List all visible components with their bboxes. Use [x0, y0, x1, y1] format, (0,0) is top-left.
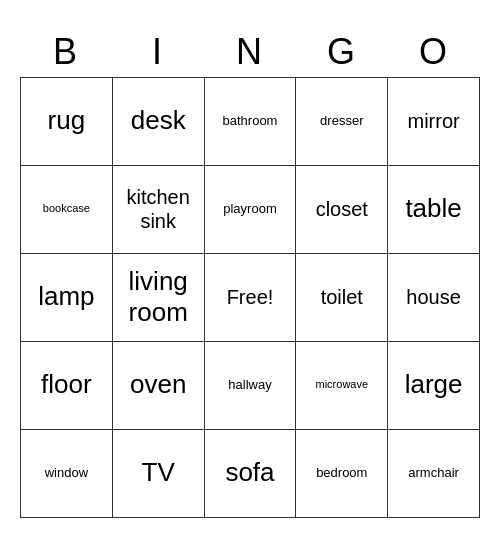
- cell-r3-c2: hallway: [205, 342, 297, 430]
- cell-r1-c1: kitchen sink: [113, 166, 205, 254]
- cell-r3-c3: microwave: [296, 342, 388, 430]
- cell-label: playroom: [223, 201, 276, 217]
- cell-r4-c0: window: [21, 430, 113, 518]
- cell-label: bedroom: [316, 465, 367, 481]
- cell-label: lamp: [38, 281, 94, 312]
- cell-r2-c4: house: [388, 254, 480, 342]
- cell-r0-c3: dresser: [296, 78, 388, 166]
- cell-label: oven: [130, 369, 186, 400]
- cell-r1-c0: bookcase: [21, 166, 113, 254]
- cell-label: Free!: [227, 285, 274, 309]
- cell-r3-c1: oven: [113, 342, 205, 430]
- cell-r0-c0: rug: [21, 78, 113, 166]
- cell-label: TV: [142, 457, 175, 488]
- cell-label: floor: [41, 369, 92, 400]
- cell-r4-c2: sofa: [205, 430, 297, 518]
- cell-label: toilet: [321, 285, 363, 309]
- cell-label: dresser: [320, 113, 363, 129]
- cell-label: bathroom: [223, 113, 278, 129]
- cell-label: window: [45, 465, 88, 481]
- bingo-grid: rugdeskbathroomdressermirrorbookcasekitc…: [20, 77, 480, 518]
- cell-r0-c1: desk: [113, 78, 205, 166]
- header-letter: I: [112, 27, 204, 77]
- cell-label: house: [406, 285, 461, 309]
- header-letter: B: [20, 27, 112, 77]
- cell-r2-c1: living room: [113, 254, 205, 342]
- cell-label: kitchen sink: [117, 185, 200, 233]
- cell-label: microwave: [316, 378, 369, 391]
- header-letter: G: [296, 27, 388, 77]
- cell-label: rug: [48, 105, 86, 136]
- cell-label: armchair: [408, 465, 459, 481]
- cell-label: large: [405, 369, 463, 400]
- cell-label: desk: [131, 105, 186, 136]
- cell-r3-c0: floor: [21, 342, 113, 430]
- cell-r4-c3: bedroom: [296, 430, 388, 518]
- cell-label: table: [405, 193, 461, 224]
- cell-label: living room: [117, 266, 200, 328]
- cell-r0-c2: bathroom: [205, 78, 297, 166]
- cell-r0-c4: mirror: [388, 78, 480, 166]
- cell-r3-c4: large: [388, 342, 480, 430]
- cell-r2-c3: toilet: [296, 254, 388, 342]
- cell-r1-c2: playroom: [205, 166, 297, 254]
- cell-label: mirror: [407, 109, 459, 133]
- cell-r4-c4: armchair: [388, 430, 480, 518]
- cell-r1-c3: closet: [296, 166, 388, 254]
- header-letter: O: [388, 27, 480, 77]
- header-letter: N: [204, 27, 296, 77]
- cell-label: hallway: [228, 377, 271, 393]
- cell-label: sofa: [225, 457, 274, 488]
- cell-label: closet: [316, 197, 368, 221]
- bingo-card: BINGO rugdeskbathroomdressermirrorbookca…: [20, 27, 480, 518]
- bingo-header: BINGO: [20, 27, 480, 77]
- cell-label: bookcase: [43, 202, 90, 215]
- cell-r4-c1: TV: [113, 430, 205, 518]
- cell-r2-c2: Free!: [205, 254, 297, 342]
- cell-r1-c4: table: [388, 166, 480, 254]
- cell-r2-c0: lamp: [21, 254, 113, 342]
